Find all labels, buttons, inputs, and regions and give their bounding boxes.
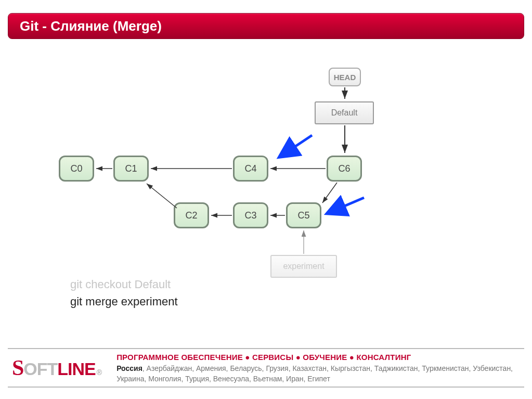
arrows-layer [0,0,532,399]
commit-c2: C2 [174,202,209,228]
svg-line-8 [147,184,177,208]
logo: Softline® [8,355,102,380]
ref-experiment-label: experiment [283,262,324,271]
commit-c2-label: C2 [185,210,197,221]
ref-head-label: HEAD [334,73,356,82]
countries: Россия, Азербайджан, Армения, Беларусь, … [116,363,524,384]
commit-c3-label: C3 [244,210,256,221]
logo-oft: oft [23,359,57,379]
logo-line: line [57,359,95,379]
commit-c6: C6 [327,156,362,182]
commit-c5: C5 [286,202,321,228]
commit-c1-label: C1 [125,163,137,174]
ref-head: HEAD [329,68,361,86]
command-block: git checkout Default git merge experimen… [70,276,178,310]
ref-experiment: experiment [270,255,337,278]
cmd-merge: git merge experiment [70,293,178,310]
commit-c3: C3 [233,202,268,228]
svg-line-10 [281,135,312,156]
commit-c1: C1 [113,156,149,182]
svg-line-11 [329,198,364,213]
logo-s: S [12,355,23,380]
cmd-checkout: git checkout Default [70,276,178,293]
commit-c4: C4 [233,156,268,182]
ref-default: Default [315,101,374,124]
commit-c0-label: C0 [70,163,82,174]
commit-c0: C0 [59,156,94,182]
footer: Softline® ПРОГРАММНОЕ ОБЕСПЕЧЕНИЕ ● СЕРВ… [8,348,524,388]
logo-reg: ® [97,368,102,377]
services-line: ПРОГРАММНОЕ ОБЕСПЕЧЕНИЕ ● СЕРВИСЫ ● ОБУЧ… [116,352,524,363]
footer-text: ПРОГРАММНОЕ ОБЕСПЕЧЕНИЕ ● СЕРВИСЫ ● ОБУЧ… [116,352,524,384]
commit-c4-label: C4 [244,163,256,174]
git-diagram: HEAD Default experiment C0 C1 C4 C6 C2 C… [0,0,532,399]
country-bold: Россия [116,364,142,372]
svg-line-5 [322,183,337,203]
commit-c5-label: C5 [297,210,309,221]
countries-rest: , Азербайджан, Армения, Беларусь, Грузия… [116,364,513,383]
commit-c6-label: C6 [338,163,350,174]
ref-default-label: Default [331,108,358,118]
